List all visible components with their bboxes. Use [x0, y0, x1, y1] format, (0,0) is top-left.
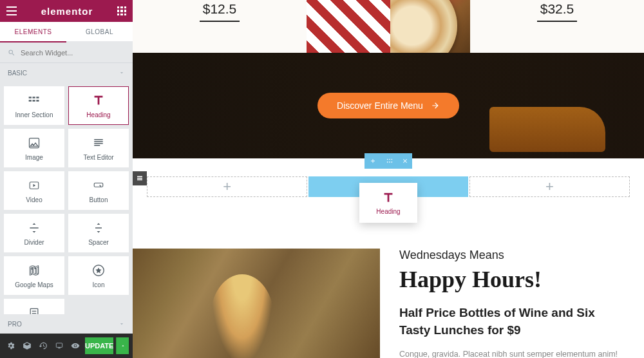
svg-point-23	[387, 159, 388, 160]
tab-elements[interactable]: ELEMENTS	[0, 22, 66, 42]
spacer-icon	[91, 221, 106, 235]
svg-rect-17	[32, 313, 37, 314]
elementor-panel: elementor ELEMENTS GLOBAL BASIC Inner Se…	[0, 0, 133, 358]
widget-label: Icon	[93, 281, 105, 288]
update-button[interactable]: UPDATE	[85, 337, 113, 354]
svg-rect-4	[33, 100, 35, 102]
widget-image[interactable]: Image	[4, 129, 64, 167]
discover-menu-button[interactable]: Discover Entire Menu	[317, 93, 459, 118]
price-1: $12.5	[203, 1, 237, 17]
navigator-button[interactable]	[20, 338, 33, 353]
widget-divider[interactable]: Divider	[4, 214, 64, 252]
responsive-button[interactable]	[53, 338, 66, 353]
divider-icon	[27, 221, 41, 235]
widget-label: Inner Section	[15, 111, 53, 118]
widget-label: Heading	[86, 111, 110, 118]
form-icon	[27, 306, 41, 315]
button-label: Discover Entire Menu	[337, 100, 423, 111]
category-basic[interactable]: BASIC	[0, 63, 133, 82]
columns-icon	[27, 93, 41, 108]
column-3[interactable]: +	[469, 176, 630, 197]
svg-rect-19	[58, 348, 61, 348]
price-box-1: $12.5	[133, 0, 307, 53]
panel-footer: UPDATE	[0, 334, 133, 358]
chevron-down-icon	[118, 321, 125, 327]
svg-rect-2	[36, 97, 39, 99]
text-editor-icon	[91, 136, 106, 150]
svg-rect-8	[94, 143, 103, 144]
divider-line	[537, 21, 577, 22]
search-bar	[0, 42, 133, 63]
widget-label: Image	[25, 154, 43, 161]
panel-tabs: ELEMENTS GLOBAL	[0, 22, 133, 42]
search-icon	[8, 49, 15, 57]
widget-label: Divider	[24, 239, 44, 246]
svg-point-13	[34, 267, 36, 269]
search-input[interactable]	[21, 49, 125, 57]
edit-section-button[interactable]	[381, 153, 398, 169]
delete-section-button[interactable]	[398, 153, 412, 169]
panel-header: elementor	[0, 0, 133, 22]
heading-icon	[381, 191, 395, 205]
svg-rect-1	[33, 97, 35, 99]
divider-line	[200, 21, 240, 22]
heading: Half Price Bottles of Wine and Six Tasty…	[399, 305, 625, 339]
category-label: PRO	[8, 321, 22, 328]
drop-section: + + Heading	[133, 158, 644, 197]
widget-label: Spacer	[88, 239, 109, 246]
svg-point-25	[392, 159, 393, 160]
grid-icon[interactable]	[117, 6, 126, 15]
widget-label: Text Editor	[83, 154, 113, 161]
price-box-2: $32.5	[470, 0, 644, 53]
widget-button[interactable]: Button	[68, 171, 129, 210]
price-row: $12.5 $32.5	[133, 0, 644, 53]
content-text: Wednesdays Means Happy Hours! Half Price…	[380, 249, 644, 358]
svg-point-26	[387, 162, 388, 163]
svg-point-12	[31, 268, 33, 270]
svg-rect-7	[94, 141, 103, 142]
widget-google-maps[interactable]: Google Maps	[4, 256, 64, 295]
heading-icon	[91, 93, 106, 108]
plus-icon: +	[545, 178, 554, 195]
widget-text-editor[interactable]: Text Editor	[68, 129, 129, 167]
widget-grid: Inner Section Heading Image Text Editor …	[0, 82, 133, 314]
button-icon	[91, 178, 106, 193]
subtitle: Wednesdays Means	[399, 249, 625, 262]
widget-label: Video	[26, 196, 42, 203]
widget-wpforms[interactable]: WPForms	[4, 299, 64, 314]
menu-icon[interactable]	[6, 6, 17, 15]
content-row: Wednesdays Means Happy Hours! Half Price…	[133, 249, 644, 358]
svg-point-28	[392, 162, 393, 163]
body-text: Congue, gravida. Placeat nibh sunt sempe…	[399, 348, 625, 358]
section-handle	[365, 153, 412, 169]
image-icon	[27, 136, 41, 150]
widget-spacer[interactable]: Spacer	[68, 214, 129, 252]
arrow-right-icon	[431, 101, 440, 110]
widget-icon[interactable]: Icon	[68, 256, 129, 295]
tab-global[interactable]: GLOBAL	[66, 22, 133, 41]
svg-point-27	[389, 162, 390, 163]
widget-inner-section[interactable]: Inner Section	[4, 86, 64, 125]
settings-button[interactable]	[4, 338, 17, 353]
category-pro[interactable]: PRO	[0, 314, 133, 334]
widget-video[interactable]: Video	[4, 171, 64, 210]
dragging-widget-ghost: Heading	[359, 183, 417, 223]
svg-rect-0	[29, 97, 32, 99]
svg-rect-18	[57, 343, 62, 347]
preview-canvas: $12.5 $32.5 Discover Entire Menu + +	[133, 0, 644, 358]
widget-heading[interactable]: Heading	[68, 86, 129, 125]
ghost-label: Heading	[376, 208, 400, 215]
logo: elementor	[17, 6, 117, 17]
price-2: $32.5	[540, 1, 574, 17]
chevron-down-icon	[118, 70, 125, 76]
svg-point-24	[389, 159, 390, 160]
column-1[interactable]: +	[147, 176, 307, 197]
svg-rect-11	[94, 183, 103, 187]
preview-button[interactable]	[69, 338, 82, 353]
section-columns: + + Heading	[133, 176, 644, 197]
add-section-button[interactable]	[365, 153, 381, 169]
history-button[interactable]	[36, 338, 50, 353]
video-icon	[27, 178, 41, 193]
food-image	[307, 0, 470, 53]
update-options-button[interactable]	[116, 337, 129, 354]
